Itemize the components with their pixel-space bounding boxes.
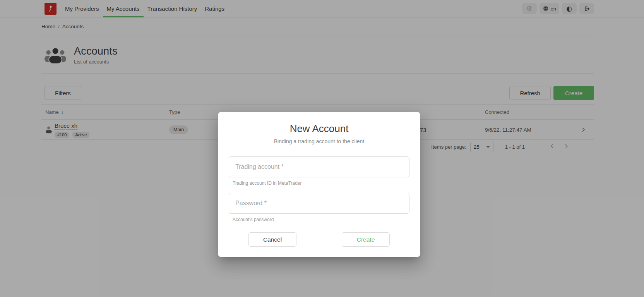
trading-account-field: Trading account ID in MetaTrader xyxy=(229,156,409,185)
dialog-create-button[interactable]: Create xyxy=(342,232,390,247)
new-account-dialog: New Account Binding a trading account to… xyxy=(218,112,420,257)
trading-account-hint: Trading account ID in MetaTrader xyxy=(229,181,409,185)
password-input[interactable] xyxy=(229,193,409,214)
password-field: Account's password xyxy=(229,193,409,222)
dialog-actions: Cancel Create xyxy=(229,232,409,247)
trading-account-input[interactable] xyxy=(229,156,409,177)
cancel-button[interactable]: Cancel xyxy=(248,232,296,247)
dialog-title: New Account xyxy=(229,123,409,134)
password-hint: Account's password xyxy=(229,217,409,222)
dialog-subtitle: Binding a trading account to the client xyxy=(229,139,409,144)
